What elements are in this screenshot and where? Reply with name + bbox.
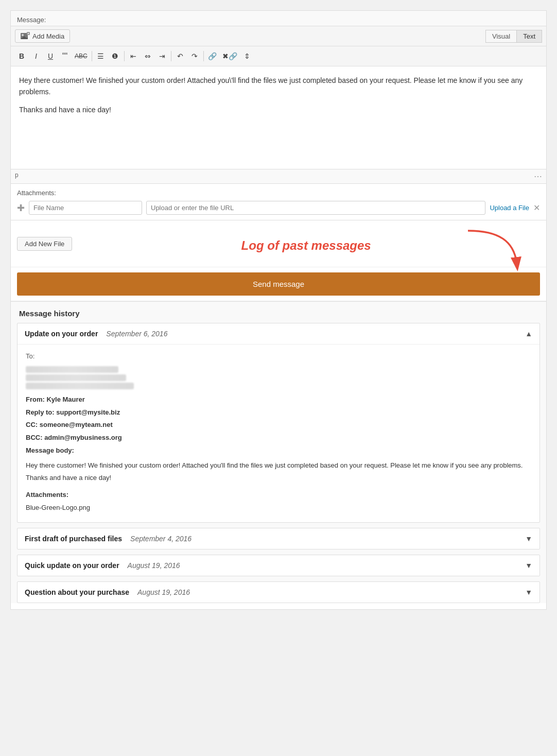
history-item-1: First draft of purchased files September… <box>17 528 540 549</box>
editor-tag: p <box>15 171 19 181</box>
view-toggle: Visual Text <box>485 30 542 43</box>
svg-point-1 <box>22 34 24 36</box>
media-icon <box>21 32 30 40</box>
strikethrough-button[interactable]: ABC <box>73 49 90 63</box>
history-item-2: Quick update on your order August 19, 20… <box>17 555 540 576</box>
history-item-2-header[interactable]: Quick update on your order August 19, 20… <box>18 555 539 576</box>
remove-attachment-button[interactable]: ✕ <box>533 203 540 213</box>
history-item-0-header[interactable]: Update on your order September 6, 2016 ▲ <box>18 323 539 344</box>
history-item-1-date: September 4, 2016 <box>130 535 192 543</box>
history-item-0-chevron: ▲ <box>525 330 532 338</box>
send-message-button[interactable]: Send message <box>17 272 540 296</box>
toolbar-sep-3 <box>171 51 171 61</box>
attachments-label: Attachments: <box>17 189 540 197</box>
editor-line-2: Thanks and have a nice day! <box>19 104 538 115</box>
format-toolbar: B I U ““ ABC ☰ ❶ ⇤ ⇔ ⇥ ↶ ↷ 🔗 ✖🔗 ⇕ <box>11 46 546 66</box>
bold-button[interactable]: B <box>15 49 28 63</box>
add-file-section: Add New File Log of past messages <box>11 220 546 267</box>
toolbar-sep-1 <box>92 51 92 61</box>
unordered-list-button[interactable]: ☰ <box>94 49 108 63</box>
file-url-input[interactable] <box>146 201 485 215</box>
editor-line-1: Hey there customer! We finished your cus… <box>19 75 538 98</box>
history-bcc: BCC: admin@mybusiness.org <box>26 432 531 444</box>
message-history-section: Message history Update on your order Sep… <box>11 301 546 603</box>
blurred-emails <box>26 366 531 389</box>
italic-button[interactable]: I <box>29 49 43 63</box>
history-item-2-title: Quick update on your order <box>25 561 119 570</box>
add-media-label: Add Media <box>32 32 64 40</box>
history-to-label: To: <box>26 351 531 362</box>
history-item-3-chevron: ▼ <box>525 588 532 596</box>
main-container: Message: Add Media Visual Text B I U ““ … <box>10 10 547 610</box>
editor-status-bar: p ⋯ <box>11 169 546 184</box>
history-body-text: Hey there customer! We finished your cus… <box>26 459 531 485</box>
attachments-section: Attachments: ✚ Upload a File ✕ <box>11 184 546 220</box>
drag-handle-icon[interactable]: ✚ <box>17 202 25 214</box>
history-item-3-date: August 19, 2016 <box>137 588 190 596</box>
toolbar-sep-2 <box>124 51 125 61</box>
top-toolbar: Add Media Visual Text <box>11 26 546 46</box>
history-attachments: Attachments: Blue-Green-Logo.png <box>26 489 531 514</box>
message-editor[interactable]: Hey there customer! We finished your cus… <box>11 66 546 169</box>
blurred-email-2 <box>26 374 126 381</box>
align-left-button[interactable]: ⇤ <box>127 49 140 63</box>
toolbar-sep-4 <box>203 51 204 61</box>
history-item-1-chevron: ▼ <box>525 535 532 543</box>
history-item-3-header[interactable]: Question about your purchase August 19, … <box>18 582 539 603</box>
visual-tab[interactable]: Visual <box>485 30 516 43</box>
history-item-1-header[interactable]: First draft of purchased files September… <box>18 528 539 549</box>
fullscreen-button[interactable]: ⇕ <box>240 49 254 63</box>
file-name-input[interactable] <box>29 201 142 215</box>
blurred-email-3 <box>26 383 134 389</box>
history-from: From: Kyle Maurer <box>26 393 531 406</box>
history-meta: From: Kyle Maurer Reply to: support@mysi… <box>26 393 531 514</box>
add-new-file-button[interactable]: Add New File <box>17 237 72 251</box>
underline-button[interactable]: U <box>44 49 57 63</box>
history-item-0-date: September 6, 2016 <box>106 330 167 338</box>
history-item-3: Question about your purchase August 19, … <box>17 581 540 603</box>
upload-file-link[interactable]: Upload a File <box>490 204 529 212</box>
history-item-3-title: Question about your purchase <box>25 588 129 596</box>
history-item-1-title: First draft of purchased files <box>25 535 122 543</box>
text-tab[interactable]: Text <box>516 30 542 43</box>
ordered-list-button[interactable]: ❶ <box>109 49 122 63</box>
history-item-0: Update on your order September 6, 2016 ▲… <box>17 323 540 523</box>
history-item-0-title: Update on your order <box>25 330 98 338</box>
undo-button[interactable]: ↶ <box>173 49 187 63</box>
message-history-title: Message history <box>11 302 546 323</box>
blurred-email-1 <box>26 366 118 373</box>
history-item-2-chevron: ▼ <box>525 561 532 570</box>
history-item-2-date: August 19, 2016 <box>128 561 180 570</box>
resize-handle[interactable]: ⋯ <box>534 171 542 181</box>
blockquote-button[interactable]: ““ <box>58 49 72 63</box>
redo-button[interactable]: ↷ <box>188 49 201 63</box>
link-button[interactable]: 🔗 <box>206 49 219 63</box>
history-cc: CC: someone@myteam.net <box>26 419 531 432</box>
add-media-button[interactable]: Add Media <box>15 29 70 43</box>
history-body-label: Message body: <box>26 444 531 457</box>
attachment-row: ✚ Upload a File ✕ <box>17 201 540 215</box>
history-item-0-body: To: From: Kyle Maurer Reply to: support@… <box>18 344 539 522</box>
align-right-button[interactable]: ⇥ <box>155 49 169 63</box>
annotation-arrow <box>458 226 530 272</box>
unlink-button[interactable]: ✖🔗 <box>220 49 239 63</box>
history-reply-to: Reply to: support@mysite.biz <box>26 406 531 419</box>
message-label: Message: <box>11 11 546 26</box>
align-center-button[interactable]: ⇔ <box>141 49 154 63</box>
history-attachment-file: Blue-Green-Logo.png <box>26 502 531 514</box>
